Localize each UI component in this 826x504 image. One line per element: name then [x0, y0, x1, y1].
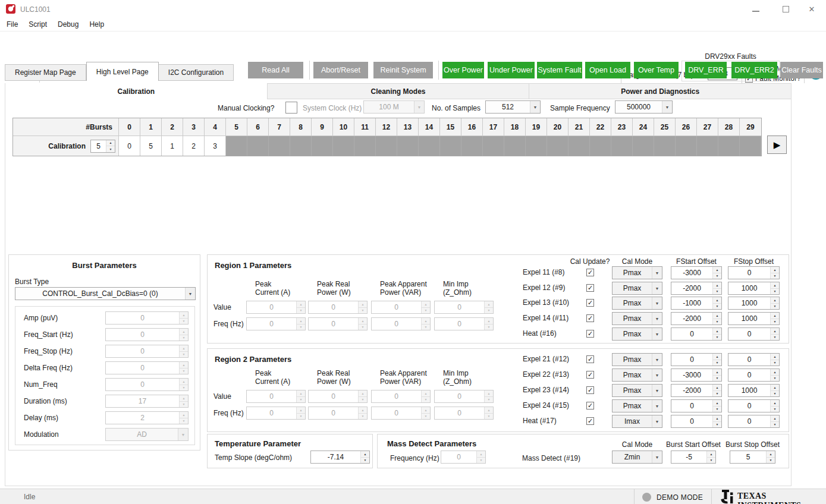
- spin-up-icon[interactable]: ▲: [713, 369, 721, 375]
- spinner-buttons[interactable]: ▲▼: [179, 395, 188, 407]
- spin-up-icon[interactable]: ▲: [485, 407, 493, 413]
- spinner-buttons[interactable]: ▲▼: [712, 415, 721, 427]
- freq-hz-input[interactable]: 0▲▼: [308, 407, 368, 420]
- fault-indicator-drv-err2[interactable]: DRV_ERR2: [731, 62, 777, 78]
- spin-up-icon[interactable]: ▲: [713, 267, 721, 273]
- dropdown-arrow-icon[interactable]: ▼: [652, 267, 662, 279]
- burst-cell-16[interactable]: [461, 136, 483, 156]
- spinner-buttons[interactable]: ▲▼: [296, 407, 305, 419]
- spin-up-icon[interactable]: ▲: [771, 385, 779, 390]
- burst-cell-27[interactable]: [697, 136, 718, 156]
- spin-up-icon[interactable]: ▲: [771, 354, 779, 360]
- burst-cell-22[interactable]: [590, 136, 611, 156]
- burst-type-select[interactable]: CONTROL_Burst_Cal_DcBias=0 (0)▼: [15, 287, 196, 300]
- spin-up-icon[interactable]: ▲: [771, 313, 779, 319]
- spin-down-icon[interactable]: ▼: [359, 307, 367, 314]
- spin-up-icon[interactable]: ▲: [180, 412, 188, 418]
- burst-cell-21[interactable]: [569, 136, 590, 156]
- burst-cell-25[interactable]: [654, 136, 676, 156]
- fstop-offset-input[interactable]: 1000▲▼: [728, 312, 780, 325]
- spin-up-icon[interactable]: ▲: [106, 140, 115, 146]
- cal-mode-select[interactable]: Pmax▼: [612, 312, 662, 325]
- spinner-buttons[interactable]: ▲▼: [296, 390, 305, 402]
- spin-down-icon[interactable]: ▼: [297, 324, 305, 330]
- spin-up-icon[interactable]: ▲: [713, 400, 721, 406]
- spin-up-icon[interactable]: ▲: [713, 282, 721, 288]
- mass-frequency-input[interactable]: 0▲▼: [441, 451, 486, 464]
- cal-update-checkbox[interactable]: ✓: [586, 371, 594, 379]
- spin-down-icon[interactable]: ▼: [707, 457, 715, 464]
- fstart-offset-input[interactable]: -2000▲▼: [671, 282, 722, 295]
- tab-i2c-configuration[interactable]: I2C Configuration: [159, 64, 234, 81]
- freq-hz-input[interactable]: 0▲▼: [308, 317, 368, 330]
- spinner-buttons[interactable]: ▲▼: [770, 369, 779, 381]
- spin-down-icon[interactable]: ▼: [180, 318, 188, 325]
- burst-cell-14[interactable]: [419, 136, 440, 156]
- fstop-offset-input[interactable]: 0▲▼: [728, 368, 780, 382]
- spin-down-icon[interactable]: ▼: [297, 396, 305, 403]
- burst-cell-11[interactable]: [354, 136, 376, 156]
- run-calibration-button[interactable]: ▶: [767, 136, 787, 154]
- spinner-buttons[interactable]: ▲▼: [358, 318, 367, 330]
- dropdown-arrow-icon[interactable]: ▼: [652, 369, 662, 381]
- fstart-offset-input[interactable]: 0▲▼: [671, 399, 722, 412]
- spin-down-icon[interactable]: ▼: [767, 457, 775, 464]
- spin-up-icon[interactable]: ▲: [767, 451, 775, 457]
- spinner-buttons[interactable]: ▲▼: [706, 451, 715, 463]
- cal-update-checkbox[interactable]: ✓: [586, 417, 594, 425]
- burst-count-spinner[interactable]: 5▲▼: [90, 140, 115, 153]
- subtab-cleaning-modes[interactable]: Cleaning Modes: [268, 83, 530, 99]
- fstop-offset-input[interactable]: 0▲▼: [728, 353, 780, 366]
- spin-down-icon[interactable]: ▼: [713, 406, 721, 412]
- burst-cell-15[interactable]: [440, 136, 461, 156]
- spin-up-icon[interactable]: ▲: [359, 318, 367, 324]
- dropdown-arrow-icon[interactable]: ▼: [652, 385, 662, 396]
- cal-update-checkbox[interactable]: ✓: [586, 402, 594, 410]
- burst-cell-18[interactable]: [504, 136, 526, 156]
- spin-up-icon[interactable]: ▲: [771, 267, 779, 273]
- manual-clocking-checkbox[interactable]: [285, 102, 297, 114]
- spinner-buttons[interactable]: ▲▼: [484, 390, 493, 402]
- spin-up-icon[interactable]: ▲: [359, 301, 367, 307]
- menu-help[interactable]: Help: [84, 18, 109, 31]
- value-input[interactable]: 0▲▼: [246, 390, 306, 403]
- spinner-buttons[interactable]: ▲▼: [484, 301, 493, 313]
- spin-up-icon[interactable]: ▲: [180, 362, 188, 368]
- spin-up-icon[interactable]: ▲: [771, 328, 779, 334]
- spinner-buttons[interactable]: ▲▼: [358, 407, 367, 419]
- spin-up-icon[interactable]: ▲: [180, 345, 188, 351]
- dropdown-arrow-icon[interactable]: ▼: [652, 313, 662, 325]
- burst-cell-19[interactable]: [526, 136, 547, 156]
- fstart-offset-input[interactable]: 0▲▼: [671, 415, 722, 428]
- spin-down-icon[interactable]: ▼: [713, 421, 721, 428]
- value-input[interactable]: 0▲▼: [246, 301, 306, 314]
- subtab-power-and-diagnostics[interactable]: Power and Diagnostics: [529, 83, 791, 99]
- spin-up-icon[interactable]: ▲: [180, 329, 188, 335]
- spin-down-icon[interactable]: ▼: [713, 390, 721, 397]
- value-input[interactable]: 0▲▼: [371, 301, 431, 314]
- spin-down-icon[interactable]: ▼: [297, 413, 305, 420]
- burst-cell-17[interactable]: [483, 136, 504, 156]
- burst-cell-23[interactable]: [611, 136, 633, 156]
- freq-start-hz-input[interactable]: 0▲▼: [105, 328, 189, 341]
- cal-mode-select[interactable]: Pmax▼: [612, 327, 662, 341]
- spin-down-icon[interactable]: ▼: [771, 390, 779, 397]
- spinner-buttons[interactable]: ▲▼: [484, 407, 493, 419]
- fault-indicator-over-power[interactable]: Over Power: [442, 62, 484, 78]
- fstop-offset-input[interactable]: 0▲▼: [728, 399, 780, 412]
- fstart-offset-input[interactable]: -2000▲▼: [671, 312, 722, 325]
- spinner-buttons[interactable]: ▲▼: [712, 400, 721, 412]
- spin-up-icon[interactable]: ▲: [180, 395, 188, 401]
- fstart-offset-input[interactable]: -2000▲▼: [671, 384, 722, 397]
- spin-down-icon[interactable]: ▼: [422, 396, 430, 403]
- spin-down-icon[interactable]: ▼: [422, 324, 430, 330]
- spinner-buttons[interactable]: ▲▼: [421, 407, 430, 419]
- clear-faults-button[interactable]: Clear Faults: [780, 62, 823, 78]
- spin-down-icon[interactable]: ▼: [359, 413, 367, 420]
- spinner-buttons[interactable]: ▲▼: [421, 318, 430, 330]
- spinner-buttons[interactable]: ▲▼: [296, 318, 305, 330]
- spin-down-icon[interactable]: ▼: [180, 351, 188, 358]
- fstart-offset-input[interactable]: -3000▲▼: [671, 266, 722, 279]
- fstart-offset-input[interactable]: -1000▲▼: [671, 297, 722, 310]
- spin-up-icon[interactable]: ▲: [713, 354, 721, 360]
